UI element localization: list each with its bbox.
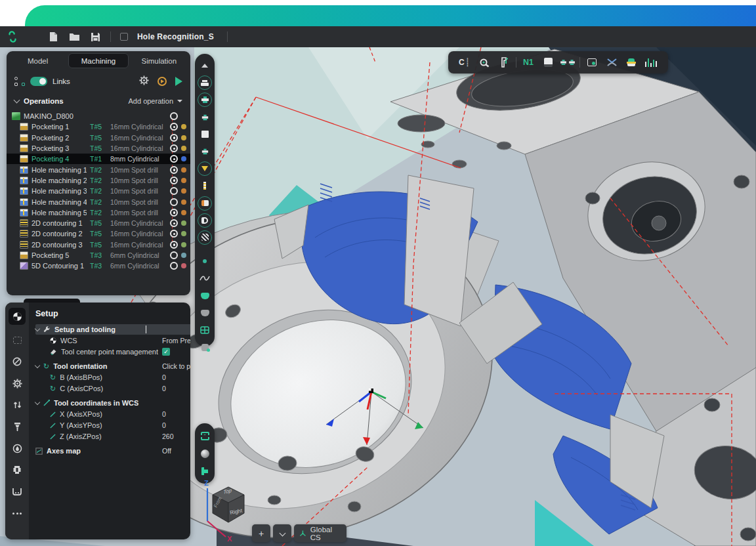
tool-coordinates-group[interactable]: Tool coordinates in WCS bbox=[35, 398, 190, 408]
wcs-row[interactable]: WCS From Previous bbox=[35, 335, 190, 346]
axis-b-row[interactable]: ↻ B (AxisBPos) 0 bbox=[35, 372, 190, 383]
chevron-down-icon[interactable] bbox=[14, 97, 20, 104]
holder-visibility-icon[interactable] bbox=[198, 93, 212, 107]
param-value[interactable]: 0 bbox=[162, 421, 190, 429]
wcs-section-icon[interactable] bbox=[9, 308, 26, 325]
run-play-icon[interactable] bbox=[175, 77, 182, 86]
tcp-row[interactable]: Tool center point management ✓ bbox=[35, 346, 190, 357]
settings-gear-icon[interactable] bbox=[139, 75, 149, 88]
axes-cross-icon[interactable] bbox=[602, 54, 621, 70]
tcp-checkbox[interactable]: ✓ bbox=[162, 348, 170, 356]
parameters-gear-icon[interactable] bbox=[9, 377, 26, 390]
probe-icon[interactable] bbox=[474, 54, 494, 70]
open-folder-icon[interactable] bbox=[68, 31, 80, 43]
operation-row-pocketing-1[interactable]: Pocketing 1 T#5 16mm Cylindrical bbox=[7, 121, 190, 132]
operation-row-contour-1[interactable]: 2D contouring 1 T#5 16mm Cylindrical bbox=[7, 218, 190, 228]
operation-row-5d-contouring[interactable]: 5D Contouring 1 T#3 6mm Cylindrical bbox=[7, 261, 190, 271]
shaded-view-icon[interactable] bbox=[198, 446, 212, 461]
operation-radio[interactable] bbox=[170, 177, 178, 184]
more-ellipsis-icon[interactable] bbox=[9, 507, 26, 520]
operation-row-hole-4[interactable]: Hole machining 4 T#2 10mm Spot drill bbox=[7, 196, 190, 207]
save-icon[interactable] bbox=[89, 31, 101, 43]
operation-radio[interactable] bbox=[170, 251, 178, 259]
param-value[interactable]: From Previous bbox=[162, 337, 190, 345]
machine-visibility-icon[interactable] bbox=[198, 75, 212, 90]
tab-model[interactable]: Model bbox=[9, 53, 67, 68]
operation-radio[interactable] bbox=[170, 219, 178, 227]
operation-radio[interactable] bbox=[170, 241, 178, 249]
view-cube[interactable]: Z X Top Front Right bbox=[198, 478, 259, 542]
flag-icon[interactable] bbox=[198, 464, 212, 478]
param-value[interactable]: 0 bbox=[162, 385, 190, 392]
operation-row-hole-3[interactable]: Hole machining 3 T#2 10mm Spot drill bbox=[7, 186, 190, 196]
collapse-icon[interactable] bbox=[198, 58, 212, 73]
axis-x-row[interactable]: X (AxisXPos) 0 bbox=[35, 409, 190, 419]
operation-radio[interactable] bbox=[170, 134, 178, 142]
param-value[interactable]: 0 bbox=[162, 410, 190, 418]
operation-row-hole-2[interactable]: Hole machining 2 T#2 10mm Spot drill bbox=[7, 175, 190, 186]
add-operation-button[interactable]: Add operation bbox=[129, 97, 183, 105]
operation-radio[interactable] bbox=[170, 144, 178, 152]
tab-simulation[interactable]: Simulation bbox=[130, 53, 188, 68]
surface-display-icon[interactable] bbox=[198, 306, 212, 320]
chevron-down-icon[interactable] bbox=[35, 400, 40, 405]
operation-row-pocketing-3[interactable]: Pocketing 3 T#5 16mm Cylindrical bbox=[7, 143, 190, 154]
cs-dropdown-button[interactable] bbox=[273, 524, 291, 542]
hatch-pattern-icon[interactable] bbox=[198, 230, 212, 245]
holder-small-icon[interactable] bbox=[198, 110, 212, 125]
fit-to-screen-icon[interactable] bbox=[198, 429, 212, 443]
axis-y-row[interactable]: Y (AxisYPos) 0 bbox=[35, 420, 190, 430]
param-value[interactable]: Off bbox=[162, 447, 190, 455]
operation-radio[interactable] bbox=[170, 187, 178, 195]
operation-row-hole-5[interactable]: Hole machining 5 T#2 10mm Spot drill bbox=[7, 207, 190, 218]
operation-radio[interactable] bbox=[170, 262, 178, 270]
machine-row[interactable]: MAKINO_D800 bbox=[7, 111, 190, 121]
holder-small-icon-2[interactable] bbox=[198, 144, 212, 159]
surface-display-icon-active[interactable] bbox=[198, 289, 212, 303]
links-toggle[interactable] bbox=[30, 77, 47, 86]
curve-display-icon[interactable] bbox=[198, 271, 212, 285]
operation-radio[interactable] bbox=[170, 166, 178, 174]
fixture-visibility-icon[interactable] bbox=[198, 213, 212, 228]
caliper-icon[interactable] bbox=[494, 54, 514, 70]
operation-row-pocketing-5[interactable]: Pocketing 5 T#3 6mm Cylindrical bbox=[7, 250, 190, 261]
point-display-icon[interactable] bbox=[198, 254, 212, 268]
coordinate-system-selector[interactable]: Global CS bbox=[294, 524, 346, 542]
order-arrows-icon[interactable] bbox=[9, 398, 26, 411]
drill-bit-icon[interactable] bbox=[198, 178, 212, 193]
selection-section-icon[interactable] bbox=[9, 333, 26, 346]
new-file-icon[interactable] bbox=[47, 31, 59, 43]
operation-row-contour-2[interactable]: 2D contouring 2 T#5 16mm Cylindrical bbox=[7, 228, 190, 239]
axes-map-group[interactable]: Axes map Off bbox=[35, 446, 190, 456]
operation-radio[interactable] bbox=[170, 209, 178, 217]
mesh-display-icon[interactable] bbox=[198, 323, 212, 337]
chevron-down-icon[interactable] bbox=[35, 363, 40, 368]
strategy-section-icon[interactable] bbox=[9, 355, 26, 368]
clamping-section-icon[interactable] bbox=[9, 485, 26, 498]
control-panel-icon[interactable] bbox=[582, 54, 602, 70]
workpiece-visibility-icon[interactable] bbox=[198, 196, 212, 211]
operation-row-hole-1[interactable]: Hole machining 1 T#2 10mm Spot drill bbox=[7, 164, 190, 175]
operation-row-pocketing-4-selected[interactable]: Pocketing 4 T#1 8mm Cylindrical bbox=[7, 154, 190, 164]
tool-section-icon[interactable] bbox=[9, 420, 26, 433]
stock-square-icon[interactable] bbox=[198, 127, 212, 142]
operation-row-pocketing-2[interactable]: Pocketing 2 T#5 16mm Cylindrical bbox=[7, 133, 190, 143]
operation-row-contour-3[interactable]: 2D contouring 3 T#5 16mm Cylindrical bbox=[7, 240, 190, 250]
operation-radio[interactable] bbox=[170, 112, 178, 120]
coolant-section-icon[interactable] bbox=[9, 442, 26, 455]
chevron-down-icon[interactable] bbox=[35, 326, 40, 331]
link-structure-icon[interactable] bbox=[14, 77, 25, 86]
param-value[interactable]: 260 bbox=[162, 432, 190, 440]
menu-icon[interactable] bbox=[28, 31, 38, 43]
machine-simulation-icon[interactable] bbox=[158, 77, 167, 86]
param-value[interactable]: 0 bbox=[162, 373, 190, 381]
c-axis-icon[interactable]: C┊ bbox=[455, 54, 474, 70]
nc-code-icon[interactable]: N1 bbox=[518, 54, 538, 70]
operation-radio[interactable] bbox=[170, 123, 178, 131]
operation-radio[interactable] bbox=[170, 230, 178, 238]
operation-radio[interactable] bbox=[170, 198, 178, 206]
machine-table-icon[interactable] bbox=[621, 54, 641, 70]
dropdown-arrow-icon[interactable] bbox=[177, 100, 182, 102]
operation-radio[interactable] bbox=[170, 155, 178, 163]
statistics-icon[interactable] bbox=[641, 54, 661, 70]
